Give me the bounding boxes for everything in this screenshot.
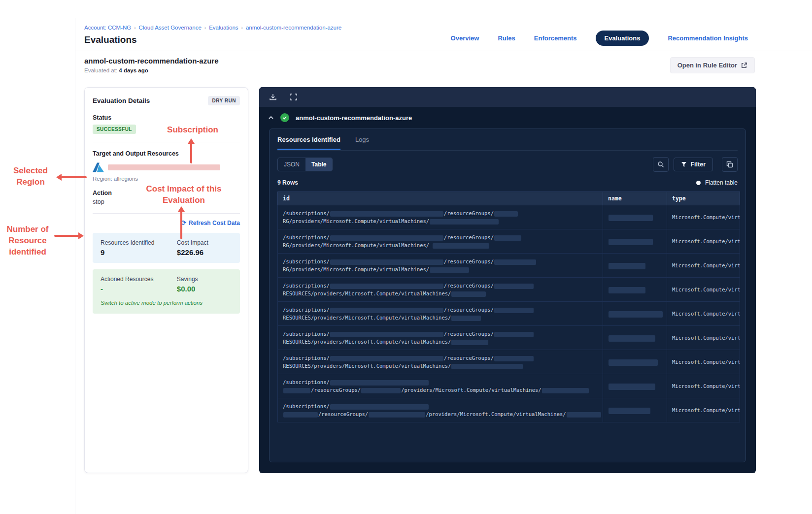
filter-icon bbox=[681, 161, 687, 167]
redacted-value bbox=[330, 284, 443, 289]
table-row[interactable]: /subscriptions/ /resourceGroups//provide… bbox=[278, 398, 740, 422]
copy-button[interactable] bbox=[722, 157, 738, 172]
view-toggle-table[interactable]: Table bbox=[305, 158, 332, 171]
content-area: Account: CCM-NG›Cloud Asset Governance›E… bbox=[75, 18, 812, 514]
nav-tab-recommendation-insights[interactable]: Recommendation Insights bbox=[668, 34, 748, 42]
azure-icon bbox=[93, 162, 104, 172]
redacted-value bbox=[609, 215, 653, 221]
cell-type: Microsoft.Compute/virtu bbox=[667, 374, 740, 398]
redacted-value bbox=[609, 359, 658, 366]
cell-name bbox=[603, 374, 667, 398]
flatten-table-toggle[interactable]: Flatten table bbox=[696, 179, 738, 186]
tab-logs[interactable]: Logs bbox=[355, 136, 369, 150]
cell-type: Microsoft.Compute/virtu bbox=[667, 326, 740, 350]
redacted-value bbox=[330, 211, 443, 217]
rows-summary: 9 Rows Flatten table bbox=[277, 179, 738, 186]
redacted-value bbox=[330, 259, 443, 265]
nav-tab-rules[interactable]: Rules bbox=[498, 34, 515, 42]
breadcrumb-item[interactable]: Cloud Asset Governance bbox=[139, 25, 202, 31]
chevron-up-icon[interactable] bbox=[268, 115, 274, 121]
download-icon[interactable] bbox=[269, 93, 277, 101]
evaluated-at-label: Evaluated at: bbox=[84, 67, 117, 73]
cost-impact-value: $226.96 bbox=[177, 248, 232, 257]
cell-type: Microsoft.Compute/virtu bbox=[667, 205, 740, 229]
table-header-row: id name type bbox=[278, 192, 740, 205]
identified-stats-box: Resources Identified 9 Cost Impact $226.… bbox=[93, 233, 240, 263]
success-check-icon bbox=[280, 113, 289, 122]
savings-value: $0.00 bbox=[177, 285, 232, 293]
breadcrumb-item[interactable]: Account: CCM-NG bbox=[84, 25, 131, 31]
breadcrumb-item[interactable]: Evaluations bbox=[209, 25, 238, 31]
table-row[interactable]: /subscriptions//resourceGroups/RESOURCES… bbox=[278, 278, 740, 302]
view-toggle-json[interactable]: JSON bbox=[278, 158, 305, 171]
search-button[interactable] bbox=[653, 157, 669, 172]
table-row[interactable]: /subscriptions//resourceGroups/RESOURCES… bbox=[278, 302, 740, 326]
fullscreen-icon[interactable] bbox=[290, 93, 298, 101]
actioned-stats-box: Actioned Resources - Savings $0.00 Switc… bbox=[93, 269, 240, 314]
redacted-value bbox=[609, 263, 645, 269]
table-row[interactable]: /subscriptions//resourceGroups/RG/provid… bbox=[278, 229, 740, 254]
table-row[interactable]: /subscriptions//resourceGroups/RESOURCES… bbox=[278, 326, 740, 350]
open-rule-editor-button[interactable]: Open in Rule Editor bbox=[670, 57, 755, 73]
breadcrumb-separator: › bbox=[241, 25, 243, 31]
table-row[interactable]: /subscriptions//resourceGroups/RG/provid… bbox=[278, 254, 740, 278]
redacted-value bbox=[494, 332, 534, 337]
panel-toolbar bbox=[259, 87, 756, 107]
resources-identified-value: 9 bbox=[101, 248, 177, 257]
refresh-cost-data-link[interactable]: ⟳ Refresh Cost Data bbox=[93, 219, 240, 226]
column-header-name[interactable]: name bbox=[603, 192, 667, 205]
redacted-value bbox=[451, 340, 488, 345]
table-row[interactable]: /subscriptions//resourceGroups/RG/provid… bbox=[278, 205, 740, 229]
cell-name bbox=[603, 254, 667, 278]
cell-name bbox=[603, 398, 667, 422]
open-rule-editor-label: Open in Rule Editor bbox=[677, 62, 737, 69]
cell-name bbox=[603, 205, 667, 229]
table-row[interactable]: /subscriptions/ /resourceGroups//provide… bbox=[278, 374, 740, 398]
tab-resources-identified[interactable]: Resources Identified bbox=[277, 136, 340, 150]
header: Account: CCM-NG›Cloud Asset Governance›E… bbox=[75, 18, 812, 51]
redacted-value bbox=[361, 388, 401, 393]
table-row[interactable]: /subscriptions//resourceGroups/RESOURCES… bbox=[278, 350, 740, 374]
cell-type: Microsoft.Compute/virtu bbox=[667, 398, 740, 422]
cell-type: Microsoft.Compute/virtu bbox=[667, 302, 740, 326]
redacted-value bbox=[494, 308, 534, 313]
cell-type: Microsoft.Compute/virtu bbox=[667, 350, 740, 374]
cell-id: /subscriptions/ /resourceGroups//provide… bbox=[278, 374, 603, 398]
filter-button[interactable]: Filter bbox=[674, 158, 713, 171]
cell-name bbox=[603, 278, 667, 302]
region-value: Region: allregions bbox=[93, 176, 240, 182]
cell-id: /subscriptions//resourceGroups/RG/provid… bbox=[278, 254, 603, 278]
redacted-value bbox=[330, 332, 443, 337]
annotation-selected-region: Selected Region bbox=[2, 165, 59, 188]
redacted-value bbox=[609, 311, 663, 318]
nav-tab-overview[interactable]: Overview bbox=[451, 34, 479, 42]
result-header[interactable]: anmol-custom-recommendation-azure bbox=[259, 107, 756, 128]
redacted-value bbox=[430, 267, 469, 273]
cost-impact-label: Cost Impact bbox=[177, 239, 232, 246]
redacted-value bbox=[283, 412, 318, 418]
cell-type: Microsoft.Compute/virtu bbox=[667, 278, 740, 302]
breadcrumb-item[interactable]: anmol-custom-recommendation-azure bbox=[246, 25, 341, 31]
redacted-value bbox=[330, 404, 429, 410]
nav-tab-evaluations[interactable]: Evaluations bbox=[596, 31, 649, 46]
column-header-id[interactable]: id bbox=[278, 192, 603, 205]
annotation-cost-impact: Cost Impact of this Evaluation bbox=[144, 184, 224, 206]
divider bbox=[93, 142, 240, 142]
evaluation-name: anmol-custom-recommendation-azure bbox=[84, 57, 219, 65]
breadcrumb: Account: CCM-NG›Cloud Asset Governance›E… bbox=[84, 25, 341, 31]
annotation-number-of-resources: Number of Resource identified bbox=[0, 224, 55, 258]
cell-name bbox=[603, 326, 667, 350]
resources-table: id name type /subscriptions//resourceGro… bbox=[277, 192, 740, 422]
external-link-icon bbox=[741, 62, 747, 68]
top-nav: OverviewRulesEnforcementsEvaluationsReco… bbox=[451, 31, 748, 46]
cell-id: /subscriptions//resourceGroups/RESOURCES… bbox=[278, 326, 603, 350]
result-tabs: Resources Identified Logs bbox=[277, 136, 738, 151]
redacted-value bbox=[330, 308, 443, 313]
redacted-value bbox=[609, 335, 655, 342]
cell-id: /subscriptions/ /resourceGroups//provide… bbox=[278, 398, 603, 422]
redacted-value bbox=[330, 356, 443, 361]
redacted-value bbox=[494, 356, 534, 361]
nav-tab-enforcements[interactable]: Enforcements bbox=[534, 34, 577, 42]
column-header-type[interactable]: type bbox=[667, 192, 740, 205]
redacted-value bbox=[283, 388, 310, 393]
